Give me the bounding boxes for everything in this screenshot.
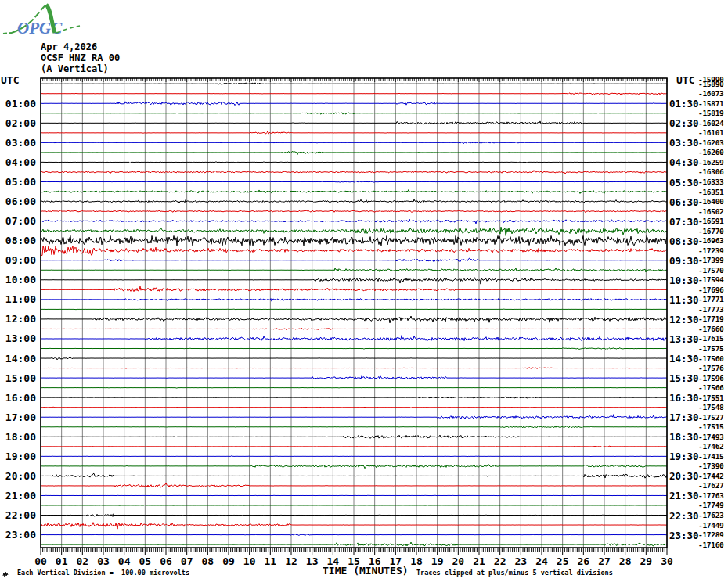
trace-offset-value: -17749 — [698, 501, 724, 509]
right-time-label: 21:30 — [669, 490, 699, 501]
left-time-label: 23:00 — [0, 529, 36, 541]
x-tick-label: 20 — [448, 555, 468, 567]
trace-offset-value: -17696 — [698, 286, 724, 294]
trace-offset-value: -17399 — [698, 256, 724, 264]
trace-offset-value: -17575 — [698, 344, 724, 353]
right-time-label: 07:30 — [669, 216, 699, 228]
right-time-label: 13:30 — [669, 333, 699, 345]
trace-offset-value: -17763 — [698, 491, 724, 500]
trace-offset-value: -16351 — [698, 188, 724, 196]
right-time-label: 20:30 — [669, 470, 699, 482]
right-time-label: 14:30 — [669, 353, 699, 365]
left-time-label: 13:00 — [0, 332, 36, 344]
x-tick-label: 01 — [52, 555, 72, 567]
trace-offset-value: -17594 — [698, 275, 724, 284]
trace-offset-value: -16260 — [698, 148, 724, 156]
helicorder-page: OPGC Apr 4,2026 OCSF HNZ RA 00 (A Vertic… — [0, 0, 728, 582]
left-time-label: 08:00 — [0, 235, 36, 246]
x-tick-label: 07 — [177, 555, 197, 567]
trace-offset-value: -17462 — [698, 442, 724, 451]
trace-offset-value: -17719 — [698, 314, 724, 323]
trace-offset-value: -17771 — [698, 295, 724, 304]
trace-offset-value: -16306 — [698, 167, 724, 176]
x-tick-label: 27 — [594, 555, 614, 567]
x-tick-label: 10 — [240, 555, 260, 567]
x-tick-label: 26 — [573, 555, 593, 567]
x-tick-label: 22 — [490, 555, 510, 567]
left-time-label: 18:00 — [0, 431, 36, 443]
right-time-label: 01:30 — [669, 98, 699, 110]
right-time-label: 22:30 — [669, 510, 699, 522]
trace-row-2100 — [41, 495, 667, 496]
trace-offset-value-overlap: -15990 — [698, 75, 724, 84]
trace-offset-value: -17449 — [698, 521, 724, 530]
trace-offset-value: -16591 — [698, 217, 724, 225]
trace-offset-value: -15819 — [698, 109, 724, 117]
left-time-label: 12:00 — [0, 313, 36, 325]
right-time-label: 23:30 — [669, 530, 699, 541]
left-time-label: 03:00 — [0, 137, 36, 149]
right-time-label: 09:30 — [669, 255, 699, 267]
x-tick-label: 02 — [72, 555, 92, 567]
trace-offset-value: -17627 — [698, 481, 724, 490]
trace-offset-value: -17390 — [698, 462, 724, 470]
trace-offset-value: -17160 — [698, 541, 724, 549]
trace-offset-value: -17623 — [698, 511, 724, 519]
clip-note: Traces clipped at plus/minus 5 vertical … — [416, 569, 613, 577]
trace-offset-value: -16502 — [698, 207, 724, 216]
right-time-label: 17:30 — [669, 411, 699, 423]
left-time-label: 15:00 — [0, 372, 36, 384]
trace-offset-value: -17551 — [698, 393, 724, 402]
trace-offset-value: -17576 — [698, 364, 724, 372]
helicorder-plot — [0, 0, 728, 582]
x-tick-label: 25 — [553, 555, 573, 567]
right-time-label: 15:30 — [669, 372, 699, 384]
left-time-label: 22:00 — [0, 509, 36, 521]
right-time-label: 03:30 — [669, 137, 699, 149]
x-axis-title: TIME (MINUTES) — [323, 565, 409, 577]
trace-offset-value: -17615 — [698, 334, 724, 343]
left-time-label: 02:00 — [0, 117, 36, 129]
trace-offset-value: -16203 — [698, 138, 724, 147]
trace-offset-value: -16073 — [698, 89, 724, 98]
left-time-label: 17:00 — [0, 411, 36, 423]
x-tick-label: 19 — [427, 555, 448, 567]
left-time-label: 01:00 — [0, 98, 36, 110]
right-time-label: 06:30 — [669, 196, 699, 208]
mini-squiggle-icon — [2, 570, 12, 578]
trace-offset-value: -17596 — [698, 374, 724, 383]
trace-offset-value: -17548 — [698, 403, 724, 411]
left-time-label: 09:00 — [0, 254, 36, 266]
x-tick-label: 08 — [197, 555, 218, 567]
x-tick-label: 00 — [31, 555, 51, 567]
left-time-label: 07:00 — [0, 215, 36, 227]
trace-offset-value: -15871 — [698, 99, 724, 108]
x-tick-label: 18 — [406, 555, 427, 567]
x-tick-label: 09 — [218, 555, 239, 567]
trace-offset-value: -16770 — [698, 227, 724, 235]
right-time-label: 02:30 — [669, 117, 699, 129]
trace-row-1130 — [41, 309, 667, 310]
trace-offset-value: -17570 — [698, 266, 724, 275]
trace-row-1530 — [41, 387, 667, 388]
trace-offset-value: -17239 — [698, 246, 724, 255]
left-time-label: 11:00 — [0, 293, 36, 305]
left-time-label: 05:00 — [0, 176, 36, 188]
left-time-label: 19:00 — [0, 451, 36, 462]
left-time-label: 21:00 — [0, 490, 36, 501]
trace-offset-value: -17527 — [698, 413, 724, 422]
scale-note: Each Vertical Division = 100.00 microvol… — [17, 569, 189, 577]
trace-row-2130 — [41, 505, 667, 505]
trace-offset-value: -17493 — [698, 433, 724, 441]
x-tick-label: 06 — [156, 555, 176, 567]
trace-offset-value: -17773 — [698, 305, 724, 314]
right-time-label: 12:30 — [669, 314, 699, 325]
x-tick-label: 12 — [281, 555, 301, 567]
trace-offset-value: -16259 — [698, 158, 724, 167]
trace-offset-value: -16024 — [698, 119, 724, 128]
x-tick-label: 05 — [135, 555, 155, 567]
x-tick-label: 29 — [636, 555, 656, 567]
trace-offset-value: -16101 — [698, 128, 724, 137]
trace-offset-value: -16963 — [698, 236, 724, 245]
trace-offset-value: -17442 — [698, 472, 724, 480]
